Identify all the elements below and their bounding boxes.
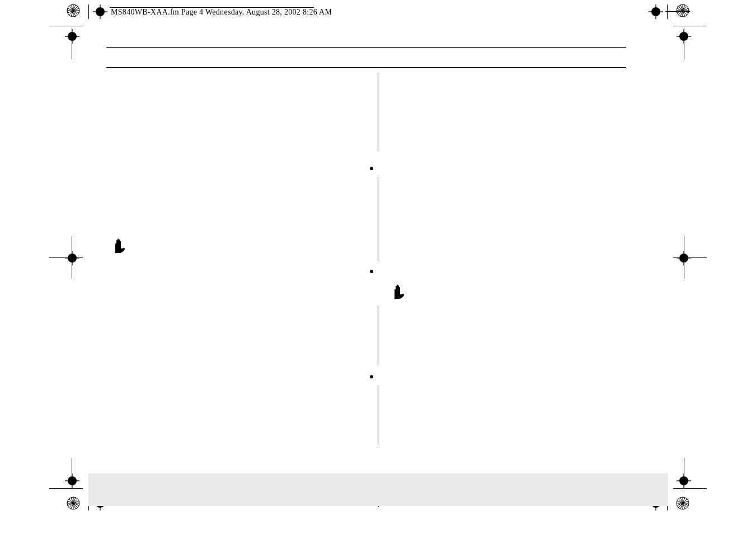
svg-point-34 xyxy=(68,254,77,263)
crop-mark xyxy=(72,236,72,279)
registration-mark-icon xyxy=(649,4,663,19)
bullet-icon xyxy=(370,375,373,378)
svg-line-4 xyxy=(69,6,78,15)
crop-mark xyxy=(673,26,707,26)
print-proof-page: MS840WB-XAA.fm Page 4 Wednesday, August … xyxy=(0,0,756,534)
svg-line-27 xyxy=(680,5,685,16)
svg-line-68 xyxy=(680,498,685,509)
bullet-icon xyxy=(370,167,373,170)
registration-mark-icon xyxy=(65,251,79,265)
registration-mark-icon xyxy=(677,474,691,488)
crop-mark xyxy=(684,236,684,279)
header-rule-thick xyxy=(106,47,626,48)
svg-line-25 xyxy=(678,6,687,15)
crop-mark xyxy=(72,458,72,489)
svg-point-60 xyxy=(682,479,685,483)
svg-line-70 xyxy=(677,501,688,505)
stop-hand-icon xyxy=(112,236,128,254)
svg-line-49 xyxy=(69,499,78,508)
registration-mark-icon xyxy=(677,29,691,44)
column-divider xyxy=(378,73,378,151)
svg-line-7 xyxy=(68,8,79,13)
svg-point-30 xyxy=(679,32,688,41)
svg-point-35 xyxy=(71,256,74,260)
column-divider xyxy=(378,385,378,444)
color-bar-icon xyxy=(675,496,690,510)
svg-point-59 xyxy=(679,476,688,485)
svg-point-21 xyxy=(677,4,689,17)
column-divider xyxy=(378,177,378,261)
crop-mark xyxy=(684,458,684,489)
svg-line-8 xyxy=(68,8,79,13)
registration-mark-icon xyxy=(65,29,79,44)
right-column xyxy=(378,73,650,444)
left-column xyxy=(106,73,361,444)
framemaker-stamp: MS840WB-XAA.fm Page 4 Wednesday, August … xyxy=(111,8,332,17)
svg-line-52 xyxy=(71,498,76,509)
svg-point-39 xyxy=(682,256,685,260)
color-bar-icon xyxy=(66,496,81,510)
svg-point-31 xyxy=(682,35,685,38)
svg-point-9 xyxy=(96,7,105,16)
svg-line-67 xyxy=(678,499,687,508)
crop-mark xyxy=(673,257,707,258)
svg-point-13 xyxy=(68,32,77,41)
svg-line-50 xyxy=(69,499,78,508)
svg-line-5 xyxy=(71,5,76,16)
crop-mark xyxy=(49,26,83,26)
svg-line-26 xyxy=(680,5,685,16)
crop-mark xyxy=(72,28,72,59)
crop-mark xyxy=(88,4,89,19)
svg-point-43 xyxy=(71,479,74,483)
svg-point-46 xyxy=(67,497,79,509)
color-bar-icon xyxy=(66,3,81,18)
footer-band xyxy=(88,474,668,506)
registration-mark-icon xyxy=(677,251,691,265)
registration-mark-icon xyxy=(65,474,79,488)
registration-mark-icon xyxy=(93,4,107,19)
svg-point-10 xyxy=(98,10,102,13)
svg-line-24 xyxy=(678,6,687,15)
svg-line-6 xyxy=(71,5,76,16)
svg-point-38 xyxy=(679,254,688,263)
svg-point-42 xyxy=(68,476,77,485)
crop-mark xyxy=(665,11,690,12)
svg-point-63 xyxy=(677,497,689,509)
svg-point-14 xyxy=(71,35,74,38)
svg-line-29 xyxy=(677,8,688,13)
header-rule-thin xyxy=(106,67,626,68)
svg-line-3 xyxy=(69,6,78,15)
svg-line-71 xyxy=(677,501,688,505)
stop-hand-icon xyxy=(391,282,407,300)
svg-line-28 xyxy=(677,8,688,13)
svg-line-66 xyxy=(678,499,687,508)
content-area xyxy=(106,73,650,444)
crop-mark xyxy=(49,257,83,258)
crop-mark xyxy=(667,4,668,19)
column-divider xyxy=(378,306,378,365)
crop-mark xyxy=(673,488,707,489)
bullet-icon xyxy=(370,270,373,273)
svg-line-51 xyxy=(71,498,76,509)
svg-line-53 xyxy=(68,501,79,505)
color-bar-icon xyxy=(675,3,690,18)
svg-point-18 xyxy=(654,10,658,13)
svg-line-69 xyxy=(680,498,685,509)
svg-line-54 xyxy=(68,501,79,505)
crop-mark xyxy=(684,28,684,59)
crop-mark xyxy=(49,488,83,489)
svg-point-0 xyxy=(67,4,79,17)
svg-point-17 xyxy=(651,7,660,16)
